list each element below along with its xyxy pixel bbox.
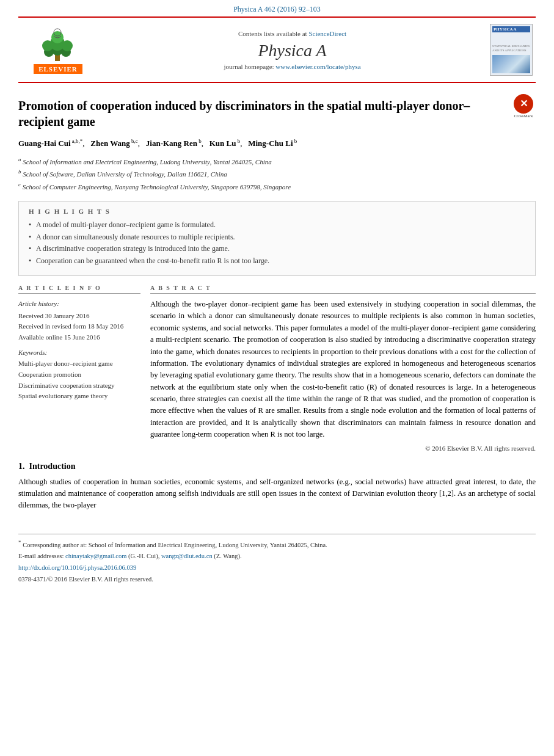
journal-header: ELSEVIER Contents lists available at Sci… (18, 18, 536, 83)
journal-name: Physica A (258, 41, 326, 60)
issn-line: 0378-4371/© 2016 Elsevier B.V. All right… (18, 575, 536, 585)
keyword-2: Cooperation promotion (18, 369, 140, 380)
author-4: Kun Lu (210, 139, 236, 148)
svg-point-6 (62, 40, 73, 51)
elsevier-tree-icon (31, 26, 86, 63)
affiliation-b: b School of Software, Dalian University … (18, 167, 536, 180)
email-note: E-mail addresses: chinaytaky@gmail.com (… (18, 551, 536, 562)
elsevier-logo-area: ELSEVIER (18, 24, 98, 76)
highlights-title: H I G H L I G H T S (29, 208, 525, 215)
journal-reference: Physica A 462 (2016) 92–103 (0, 0, 554, 16)
keywords-section: Keywords: Multi-player donor–recipient g… (18, 349, 140, 401)
affiliations: a School of Information and Electrical E… (18, 155, 536, 192)
introduction-section: 1. Introduction Although studies of coop… (18, 462, 536, 512)
author-2: Zhen Wang (90, 139, 129, 148)
crossmark-logo: ✕ CrossMark (511, 93, 536, 117)
author-3: Jian-Kang Ren (146, 139, 197, 148)
email-1-link[interactable]: chinaytaky@gmail.com (65, 553, 126, 559)
history-received: Received 30 January 2016 (18, 311, 140, 322)
history-online: Available online 15 June 2016 (18, 332, 140, 343)
journal-center-info: Contents lists available at ScienceDirec… (98, 24, 487, 76)
keyword-3: Discriminative cooperation strategy (18, 380, 140, 391)
highlight-item-1: A model of multi-player donor–recipient … (29, 220, 525, 230)
article-history: Article history: Received 30 January 201… (18, 299, 140, 343)
keyword-1: Multi-player donor–recipient game (18, 358, 140, 369)
doi-link-line: http://dx.doi.org/10.1016/j.physa.2016.0… (18, 563, 536, 573)
abstract-column: A B S T R A C T Although the two-player … (150, 285, 536, 452)
two-column-section: A R T I C L E I N F O Article history: R… (18, 285, 536, 452)
sciencedirect-link[interactable]: ScienceDirect (308, 30, 346, 37)
authors-line: Guang-Hai Cui a,b,*, Zhen Wang b,c, Jian… (18, 137, 536, 150)
journal-homepage: journal homepage: www.elsevier.com/locat… (224, 63, 360, 70)
footnotes-section: * Corresponding author at: School of Inf… (0, 538, 554, 592)
history-revised: Received in revised form 18 May 2016 (18, 321, 140, 332)
article-info-header: A R T I C L E I N F O (18, 285, 140, 294)
highlights-section: H I G H L I G H T S A model of multi-pla… (18, 201, 536, 276)
title-row: Promotion of cooperation induced by disc… (18, 93, 536, 137)
highlight-item-2: A donor can simultaneously donate resour… (29, 232, 525, 242)
journal-ref-text: Physica A 462 (2016) 92–103 (233, 5, 321, 13)
abstract-text: Although the two-player donor–recipient … (150, 299, 536, 441)
cover-thumbnail: PHYSICA A STATISTICAL MECHANICSAND ITS A… (490, 24, 533, 76)
elsevier-logo: ELSEVIER (31, 26, 86, 74)
affiliation-c: c School of Computer Engineering, Nanyan… (18, 180, 536, 192)
contents-available: Contents lists available at ScienceDirec… (238, 30, 346, 37)
homepage-link[interactable]: www.elsevier.com/locate/physa (275, 63, 360, 70)
copyright-line: © 2016 Elsevier B.V. All rights reserved… (150, 445, 536, 452)
section-title: 1. Introduction (18, 462, 536, 471)
corresponding-author-note: * Corresponding author at: School of Inf… (18, 538, 536, 550)
introduction-body: Although studies of cooperation in human… (18, 476, 536, 512)
article-title: Promotion of cooperation induced by disc… (18, 98, 505, 129)
journal-cover-image: PHYSICA A STATISTICAL MECHANICSAND ITS A… (487, 24, 536, 76)
article-info-column: A R T I C L E I N F O Article history: R… (18, 285, 140, 452)
author-5: Ming-Chu Li (248, 139, 293, 148)
elsevier-brand-text: ELSEVIER (34, 64, 82, 74)
highlight-item-4: Cooperation can be guaranteed when the c… (29, 256, 525, 266)
main-content: Promotion of cooperation induced by disc… (0, 83, 554, 524)
svg-text:CrossMark: CrossMark (514, 114, 533, 118)
svg-point-5 (42, 40, 53, 51)
author-1: Guang-Hai Cui (18, 139, 71, 148)
history-label: Article history: (18, 299, 140, 310)
doi-link[interactable]: http://dx.doi.org/10.1016/j.physa.2016.0… (18, 564, 136, 571)
keywords-label: Keywords: (18, 349, 140, 356)
abstract-header: A B S T R A C T (150, 285, 536, 294)
affiliation-a: a School of Information and Electrical E… (18, 155, 536, 167)
keyword-4: Spatial evolutionary game theory (18, 391, 140, 402)
svg-text:✕: ✕ (520, 98, 528, 109)
email-2-link[interactable]: wangz@dlut.edu.cn (161, 553, 213, 559)
highlight-item-3: A discriminative cooperation strategy is… (29, 244, 525, 254)
footnote-divider (18, 534, 536, 534)
svg-point-7 (51, 31, 64, 43)
